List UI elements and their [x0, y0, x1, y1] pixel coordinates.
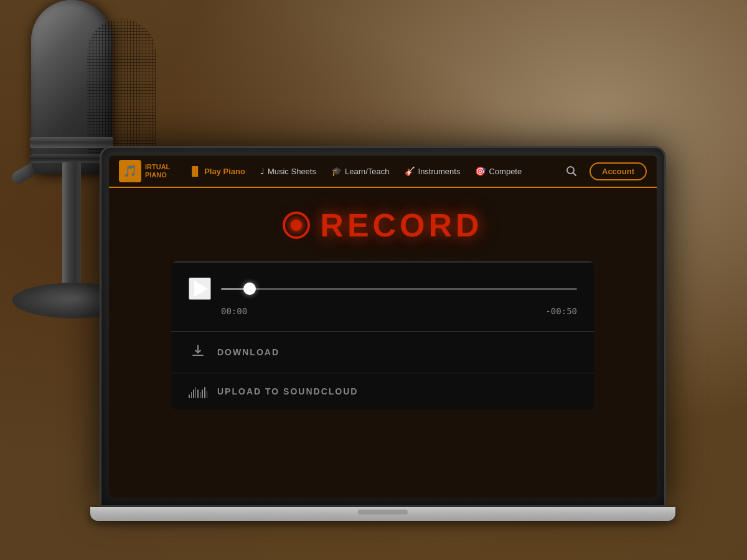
remaining-time: -00:50 — [545, 306, 577, 316]
svg-line-1 — [573, 173, 576, 176]
learn-icon: 🎓 — [331, 166, 342, 176]
soundcloud-icon — [189, 385, 207, 398]
logo-text: IRTUAL PIANO — [145, 163, 170, 179]
scrubber[interactable] — [221, 288, 577, 290]
nav-items: ▐▌ Play Piano ♩ Music Sheets 🎓 Learn/Tea… — [182, 162, 562, 180]
nav-item-compete[interactable]: 🎯 Compete — [469, 162, 528, 180]
search-button[interactable] — [562, 162, 581, 180]
logo-icon: 🎵 — [119, 160, 141, 182]
download-action[interactable]: DOWNLOAD — [171, 332, 594, 373]
nav-item-learn-teach[interactable]: 🎓 Learn/Teach — [325, 162, 396, 180]
logo[interactable]: 🎵 IRTUAL PIANO — [119, 160, 170, 182]
player-controls: 00:00 -00:50 — [171, 263, 594, 326]
record-dot — [291, 220, 302, 231]
laptop-screen: 🎵 IRTUAL PIANO ▐▌ Play Piano ♩ Music She… — [100, 146, 666, 507]
soundcloud-label: UPLOAD TO SOUNDCLOUD — [217, 386, 358, 396]
main-content: RECORD — [109, 188, 657, 498]
screen-content: 🎵 IRTUAL PIANO ▐▌ Play Piano ♩ Music She… — [109, 156, 657, 498]
guitar-icon: 🎸 — [405, 166, 415, 176]
laptop-base — [90, 507, 675, 521]
record-button[interactable]: RECORD — [283, 207, 482, 244]
player-row — [189, 278, 577, 300]
audio-player: 00:00 -00:50 DOWNLOAD — [171, 261, 594, 409]
play-triangle-icon — [194, 281, 208, 297]
search-icon — [566, 166, 577, 177]
download-svg — [190, 343, 205, 358]
compete-icon: 🎯 — [475, 166, 486, 176]
record-label: RECORD — [320, 207, 482, 244]
current-time: 00:00 — [221, 306, 247, 316]
nav-item-play-piano[interactable]: ▐▌ Play Piano — [182, 162, 251, 180]
music-note-icon: ♩ — [260, 166, 265, 176]
scrubber-track — [221, 288, 577, 290]
navigation-bar: 🎵 IRTUAL PIANO ▐▌ Play Piano ♩ Music She… — [109, 156, 657, 188]
piano-icon: ▐▌ — [189, 166, 201, 176]
download-icon — [189, 343, 207, 362]
nav-right: Account — [562, 162, 647, 180]
download-label: DOWNLOAD — [217, 347, 280, 357]
soundcloud-action[interactable]: UPLOAD TO SOUNDCLOUD — [171, 373, 594, 409]
account-button[interactable]: Account — [590, 162, 647, 180]
record-circle-icon — [283, 212, 310, 239]
scrubber-thumb[interactable] — [243, 282, 256, 295]
nav-item-music-sheets[interactable]: ♩ Music Sheets — [254, 162, 322, 180]
nav-item-instruments[interactable]: 🎸 Instruments — [398, 162, 467, 180]
laptop: 🎵 IRTUAL PIANO ▐▌ Play Piano ♩ Music She… — [100, 146, 666, 551]
play-button[interactable] — [189, 278, 211, 300]
soundcloud-bars — [189, 385, 207, 398]
time-row: 00:00 -00:50 — [189, 306, 577, 316]
